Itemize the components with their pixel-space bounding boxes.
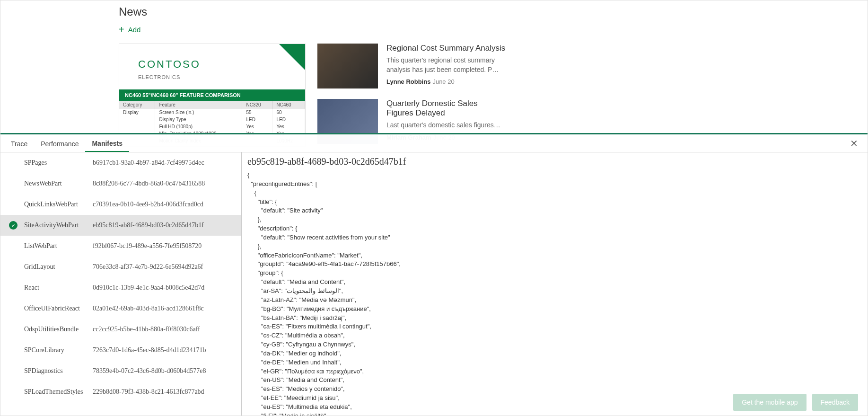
manifest-name: GridLayout bbox=[24, 263, 93, 271]
manifest-id: 229b8d08-79f3-438b-8c21-4613fc877abd bbox=[93, 388, 204, 396]
manifest-id: 8c88f208-6c77-4bdb-86a0-0c47b4316588 bbox=[93, 180, 205, 187]
manifest-name: SPLoadThemedStyles bbox=[24, 388, 93, 396]
close-icon: ✕ bbox=[850, 138, 858, 149]
news-heading: News bbox=[119, 5, 868, 18]
manifest-id: 7263c7d0-1d6a-45ec-8d85-d4d1d234171b bbox=[93, 346, 206, 354]
manifest-id: 706e33c8-af37-4e7b-9d22-6e5694d92a6f bbox=[93, 263, 203, 271]
dev-tabs: Trace Performance Manifests ✕ bbox=[0, 134, 868, 152]
tab-performance[interactable]: Performance bbox=[34, 135, 85, 151]
manifest-row[interactable]: SPCoreLibrary7263c7d0-1d6a-45ec-8d85-d4d… bbox=[0, 340, 241, 361]
manifest-id: 02a01e42-69ab-403d-8a16-acd128661f8c bbox=[93, 305, 204, 312]
manifest-row[interactable]: OdspUtilitiesBundlecc2cc925-b5be-41bb-88… bbox=[0, 319, 241, 340]
plus-icon: + bbox=[119, 24, 124, 35]
manifest-name: QuickLinksWebPart bbox=[24, 201, 93, 208]
news-section: News + Add CONTOSO ELECTRONICS NC460 55"… bbox=[0, 0, 868, 133]
tab-manifests[interactable]: Manifests bbox=[85, 135, 129, 152]
news-thumbnail: CONTOSO ELECTRONICS NC460 55"/NC460 60" … bbox=[119, 44, 306, 147]
add-news-button[interactable]: + Add bbox=[119, 24, 140, 35]
manifest-id: f92bf067-bc19-489e-a556-7fe95f508720 bbox=[93, 242, 202, 250]
manifest-name: OfficeUIFabricReact bbox=[24, 305, 93, 312]
json-content[interactable]: { "preconfiguredEntries": [ { "title": {… bbox=[247, 171, 862, 416]
manifest-row[interactable]: QuickLinksWebPartc70391ea-0b10-4ee9-b2b4… bbox=[0, 194, 241, 215]
manifest-name: React bbox=[24, 284, 93, 292]
news-item-title: Regional Cost Summary Analysis bbox=[386, 44, 507, 53]
manifest-name: OdspUtilitiesBundle bbox=[24, 326, 93, 333]
manifest-name: SPDiagnostics bbox=[24, 367, 93, 375]
manifest-row[interactable]: NewsWebPart8c88f208-6c77-4bdb-86a0-0c47b… bbox=[0, 173, 241, 194]
manifest-row[interactable]: SPLoadThemedStyles229b8d08-79f3-438b-8c2… bbox=[0, 381, 241, 402]
manifest-row[interactable]: React0d910c1c-13b9-4e1c-9aa4-b008c5e42d7… bbox=[0, 277, 241, 298]
manifest-row[interactable]: SPPagesb6917cb1-93a0-4b97-a84d-7cf49975d… bbox=[0, 152, 241, 173]
manifest-id: 0d910c1c-13b9-4e1c-9aa4-b008c5e42d7d bbox=[93, 284, 204, 292]
manifest-name: SiteActivityWebPart bbox=[24, 221, 93, 229]
news-author: Lynne Robbins bbox=[386, 78, 430, 85]
manifest-row[interactable]: GridLayout706e33c8-af37-4e7b-9d22-6e5694… bbox=[0, 257, 241, 277]
news-date: June 20 bbox=[432, 78, 454, 85]
close-button[interactable]: ✕ bbox=[844, 138, 864, 149]
dev-panel: Trace Performance Manifests ✕ SPPagesb69… bbox=[0, 133, 868, 416]
electronics-label: ELECTRONICS bbox=[138, 74, 286, 80]
manifest-name: ListWebPart bbox=[24, 242, 93, 250]
manifest-list[interactable]: SPPagesb6917cb1-93a0-4b97-a84d-7cf49975d… bbox=[0, 152, 242, 416]
manifest-id: c70391ea-0b10-4ee9-b2b4-006d3fcad0cd bbox=[93, 201, 203, 208]
news-item-title: Quarterly Domestic Sales Figures Delayed bbox=[386, 99, 507, 118]
manifest-id: cc2cc925-b5be-41bb-880a-f0f8030c6aff bbox=[93, 326, 200, 333]
manifest-row[interactable]: ✓SiteActivityWebParteb95c819-ab8f-4689-b… bbox=[0, 215, 241, 236]
news-item-desc: Last quarter's domestic sales figures… bbox=[386, 121, 507, 130]
compare-title: NC460 55"/NC460 60" FEATURE COMPARISON bbox=[119, 89, 305, 101]
manifest-id: b6917cb1-93a0-4b97-a84d-7cf49975d4ec bbox=[93, 159, 204, 167]
check-icon: ✓ bbox=[9, 221, 18, 230]
manifest-row[interactable]: ListWebPartf92bf067-bc19-489e-a556-7fe95… bbox=[0, 236, 241, 257]
detail-title: eb95c819-ab8f-4689-bd03-0c2d65d47b1f bbox=[247, 156, 862, 167]
add-label: Add bbox=[128, 26, 141, 34]
manifest-row[interactable]: OfficeUIFabricReact02a01e42-69ab-403d-8a… bbox=[0, 298, 241, 319]
news-item-desc: This quarter's regional cost summary ana… bbox=[386, 56, 507, 74]
manifest-row[interactable]: SPDiagnostics78359e4b-07c2-43c6-8d0b-d06… bbox=[0, 361, 241, 381]
tab-trace[interactable]: Trace bbox=[4, 135, 34, 151]
manifest-name: SPCoreLibrary bbox=[24, 346, 93, 354]
manifest-name: SPPages bbox=[24, 159, 93, 167]
manifest-id: 78359e4b-07c2-43c6-8d0b-d060b4d577e8 bbox=[93, 367, 206, 375]
news-item[interactable]: Regional Cost Summary Analysis This quar… bbox=[317, 44, 507, 89]
news-thumb-icon bbox=[317, 44, 378, 89]
manifest-id: eb95c819-ab8f-4689-bd03-0c2d65d47b1f bbox=[93, 221, 204, 229]
manifest-detail: eb95c819-ab8f-4689-bd03-0c2d65d47b1f { "… bbox=[242, 152, 868, 416]
manifest-name: NewsWebPart bbox=[24, 180, 93, 187]
decor-triangle bbox=[279, 44, 305, 70]
contoso-logo: CONTOSO bbox=[138, 58, 286, 71]
